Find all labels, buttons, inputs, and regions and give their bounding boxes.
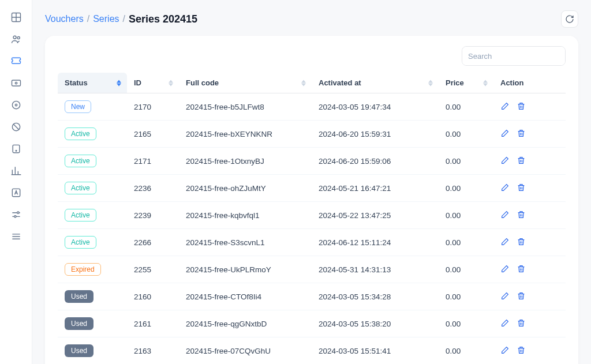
breadcrumb-root[interactable]: Vouchers	[45, 14, 84, 24]
cell-price: 0.00	[439, 148, 493, 175]
table-row: Active2239202415-free-kqbvfql12024-05-22…	[58, 202, 566, 229]
col-code-label: Full code	[186, 78, 219, 87]
cell-activated: 2024-06-12 15:11:24	[312, 229, 439, 256]
trash-icon	[517, 129, 526, 140]
table-row: Active2165202415-free-bXEYNKNR2024-06-20…	[58, 121, 566, 148]
chart-icon[interactable]	[10, 165, 22, 177]
edit-button[interactable]	[500, 318, 510, 329]
edit-button[interactable]	[500, 183, 510, 194]
font-icon[interactable]	[10, 187, 22, 198]
cell-price: 0.00	[439, 121, 493, 148]
block-icon[interactable]	[10, 121, 22, 133]
payment-icon[interactable]	[10, 77, 22, 89]
delete-button[interactable]	[517, 102, 526, 112]
pencil-icon	[500, 264, 510, 275]
table-card: Status ID Full code Activated at	[45, 36, 578, 364]
col-price-label: Price	[446, 78, 464, 87]
delete-button[interactable]	[517, 264, 526, 275]
cell-code: 202415-free-CTOf8Ii4	[179, 283, 312, 310]
col-price[interactable]: Price	[439, 73, 493, 93]
col-status-label: Status	[65, 78, 88, 87]
cell-code: 202415-free-UkPLRmoY	[179, 256, 312, 283]
trash-icon	[517, 318, 526, 329]
pencil-icon	[500, 183, 510, 194]
sliders-icon[interactable]	[10, 209, 22, 220]
pencil-icon	[500, 237, 510, 248]
location-icon[interactable]	[10, 99, 22, 111]
sort-icon	[483, 80, 488, 86]
svg-point-9	[16, 151, 17, 152]
delete-button[interactable]	[517, 346, 526, 357]
dashboard-icon[interactable]	[10, 12, 22, 23]
device-icon[interactable]	[10, 143, 22, 155]
trash-icon	[517, 264, 526, 275]
svg-point-5	[12, 101, 20, 108]
cell-price: 0.00	[439, 337, 493, 365]
table-row: Active2171202415-free-1OtxnyBJ2024-06-20…	[58, 148, 566, 175]
trash-icon	[517, 183, 526, 194]
col-id[interactable]: ID	[127, 73, 179, 93]
sidebar	[0, 0, 32, 364]
col-activated[interactable]: Activated at	[312, 73, 439, 93]
cell-code: 202415-free-1OtxnyBJ	[179, 148, 312, 175]
cell-id: 2255	[127, 256, 179, 283]
col-status[interactable]: Status	[58, 73, 127, 93]
refresh-button[interactable]	[561, 10, 578, 28]
topbar: Vouchers / Series / Series 202415	[45, 10, 578, 28]
cell-id: 2160	[127, 283, 179, 310]
cell-code: 202415-free-kqbvfql1	[179, 202, 312, 229]
ticket-icon[interactable]	[10, 55, 22, 67]
status-badge: Active	[65, 182, 96, 194]
trash-icon	[517, 210, 526, 221]
delete-button[interactable]	[517, 210, 526, 221]
col-id-label: ID	[134, 78, 141, 87]
breadcrumb-mid[interactable]: Series	[93, 14, 119, 24]
edit-button[interactable]	[500, 210, 510, 221]
cell-activated: 2024-06-20 15:59:31	[312, 121, 439, 148]
table-row: Active2236202415-free-ohZJuMtY2024-05-21…	[58, 175, 566, 202]
delete-button[interactable]	[517, 129, 526, 140]
table-row: Active2266202415-free-S3scvnL12024-06-12…	[58, 229, 566, 256]
table-row: Used2160202415-free-CTOf8Ii42024-03-05 1…	[58, 283, 566, 310]
status-badge: Active	[65, 236, 96, 249]
delete-button[interactable]	[517, 237, 526, 248]
cell-id: 2171	[127, 148, 179, 175]
svg-point-12	[14, 216, 16, 217]
trash-icon	[517, 102, 526, 112]
trash-icon	[517, 237, 526, 248]
col-activated-label: Activated at	[319, 78, 361, 87]
delete-button[interactable]	[517, 318, 526, 329]
sort-icon	[169, 80, 173, 86]
pencil-icon	[500, 129, 510, 140]
cell-code: 202415-free-bXEYNKNR	[179, 121, 312, 148]
edit-button[interactable]	[500, 156, 510, 167]
edit-button[interactable]	[500, 346, 510, 357]
edit-button[interactable]	[500, 291, 510, 302]
status-badge: Active	[65, 155, 96, 167]
cell-id: 2161	[127, 310, 179, 337]
cell-code: 202415-free-07CQvGhU	[179, 337, 312, 365]
cell-activated: 2024-03-05 15:38:20	[312, 310, 439, 337]
edit-button[interactable]	[500, 102, 510, 112]
edit-button[interactable]	[500, 264, 510, 275]
cell-activated: 2024-03-05 15:34:28	[312, 283, 439, 310]
delete-button[interactable]	[517, 156, 526, 167]
edit-button[interactable]	[500, 129, 510, 140]
cell-price: 0.00	[439, 310, 493, 337]
cell-id: 2170	[127, 93, 179, 121]
cell-id: 2239	[127, 202, 179, 229]
table-row: New2170202415-free-b5JLFwt82024-03-05 19…	[58, 93, 566, 121]
delete-button[interactable]	[517, 183, 526, 194]
cell-price: 0.00	[439, 229, 493, 256]
col-code[interactable]: Full code	[179, 73, 312, 93]
col-action-label: Action	[500, 78, 523, 87]
search-box	[462, 46, 566, 66]
menu-icon[interactable]	[10, 231, 22, 242]
users-icon[interactable]	[10, 33, 22, 45]
cell-activated: 2024-05-21 16:47:21	[312, 175, 439, 202]
edit-button[interactable]	[500, 237, 510, 248]
voucher-table: Status ID Full code Activated at	[58, 73, 566, 364]
delete-button[interactable]	[517, 291, 526, 302]
cell-code: 202415-free-b5JLFwt8	[179, 93, 312, 121]
search-input[interactable]	[462, 47, 566, 65]
